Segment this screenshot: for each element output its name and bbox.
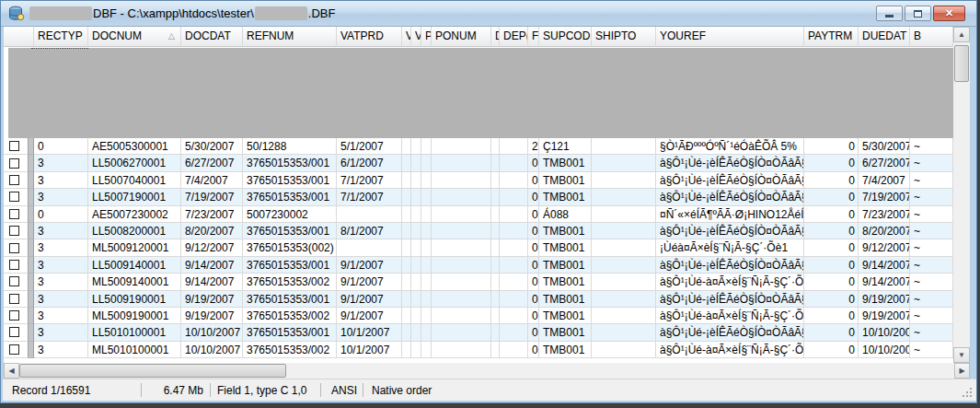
cell-p[interactable] bbox=[421, 324, 432, 341]
cell-dep[interactable] bbox=[500, 239, 528, 256]
maximize-button[interactable] bbox=[905, 6, 931, 21]
cell-youref[interactable]: à§Ô¹¡Ùé-¡èÍÊÃéÒ§ÍÒ¤ÒÃâÃ§§Ò¹-5 bbox=[656, 257, 804, 274]
horizontal-scrollbar[interactable]: ◀ ▶ bbox=[4, 363, 970, 379]
cell-paytrm[interactable]: 0 bbox=[804, 239, 859, 256]
cell-ponum[interactable] bbox=[432, 189, 491, 205]
cell-f[interactable]: 0 bbox=[528, 155, 539, 171]
cell-docdat[interactable]: 6/27/2007 bbox=[181, 155, 243, 171]
cell-supcod[interactable]: Ç121 bbox=[539, 138, 592, 155]
column-header-duedat[interactable]: DUEDAT bbox=[859, 27, 910, 47]
cell-ponum[interactable] bbox=[432, 172, 491, 189]
cell-v[interactable] bbox=[402, 342, 411, 358]
cell-v[interactable] bbox=[411, 291, 421, 308]
cell-youref[interactable]: à§Ô¹¡Ùé-à¤Ã×èÍ§¨Ñ¡Ã-§Ç´·Õè 3 bbox=[656, 308, 804, 324]
cell-dep[interactable] bbox=[500, 223, 528, 239]
cell-supcod[interactable]: TMB001 bbox=[539, 155, 592, 171]
column-header-shipto[interactable]: SHIPTO bbox=[592, 27, 656, 47]
column-header-b[interactable]: B bbox=[910, 27, 953, 47]
cell-v[interactable] bbox=[402, 324, 411, 341]
cell-b[interactable]: ~ bbox=[910, 172, 953, 189]
cell-v[interactable] bbox=[411, 206, 421, 223]
cell-refnum[interactable]: 3765015353/001 bbox=[243, 324, 337, 341]
cell-shipto[interactable] bbox=[592, 138, 656, 155]
cell-v[interactable] bbox=[402, 138, 411, 155]
cell-ponum[interactable] bbox=[432, 342, 491, 358]
cell-b[interactable]: ~ bbox=[910, 308, 953, 324]
cell-dep[interactable] bbox=[500, 155, 528, 171]
table-row[interactable]: 0AE50072300027/23/200750072300020Á088¤Ñ´… bbox=[4, 206, 953, 223]
cell-ponum[interactable] bbox=[432, 308, 491, 324]
cell-shipto[interactable] bbox=[592, 291, 656, 308]
cell-vatprd[interactable]: 7/1/2007 bbox=[337, 189, 402, 205]
cell-v[interactable] bbox=[411, 138, 421, 155]
cell-youref[interactable]: ¤Ñ´«×éÍÃ¶ºÃÃ·Ø¡HINO12ÅéÍ bbox=[656, 206, 804, 223]
cell-refnum[interactable]: 3765015353/001 bbox=[243, 189, 337, 205]
cell-d[interactable] bbox=[491, 274, 500, 290]
cell-docnum[interactable]: AE5005300001 bbox=[88, 138, 181, 155]
row-checkbox[interactable] bbox=[9, 276, 19, 286]
column-header-d[interactable]: D bbox=[491, 27, 500, 47]
cell-b[interactable]: ~ bbox=[910, 189, 953, 205]
row-checkbox[interactable] bbox=[9, 226, 19, 236]
cell-docdat[interactable]: 9/14/2007 bbox=[181, 257, 243, 274]
cell-supcod[interactable]: Á088 bbox=[539, 206, 592, 223]
cell-duedat[interactable]: 5/30/2007 bbox=[859, 138, 910, 155]
cell-supcod[interactable]: TMB001 bbox=[539, 274, 592, 290]
cell-paytrm[interactable]: 0 bbox=[804, 342, 859, 358]
cell-p[interactable] bbox=[421, 189, 432, 205]
cell-rectyp[interactable]: 3 bbox=[34, 239, 88, 256]
column-header-v[interactable]: V bbox=[402, 27, 411, 47]
cell-v[interactable] bbox=[411, 324, 421, 341]
column-header-docnum[interactable]: DOCNUM△ bbox=[88, 27, 181, 47]
cell-v[interactable] bbox=[411, 223, 421, 239]
row-checkbox[interactable] bbox=[9, 175, 19, 185]
table-row[interactable]: 3ML501010000110/10/20073765015353/00210/… bbox=[4, 342, 953, 358]
cell-shipto[interactable] bbox=[592, 324, 656, 341]
cell-docnum[interactable]: LL5009140001 bbox=[88, 257, 181, 274]
cell-supcod[interactable]: TMB001 bbox=[539, 257, 592, 274]
cell-d[interactable] bbox=[491, 291, 500, 308]
cell-youref[interactable]: à§Ô¹¡Ùé-¡èÍÊÃéÒ§ÍÒ¤ÒÃâÃ§§Ò¹-2 bbox=[656, 172, 804, 189]
vertical-scroll-thumb[interactable] bbox=[954, 45, 969, 82]
scroll-up-button[interactable]: ▲ bbox=[953, 27, 970, 42]
cell-youref[interactable]: §Ò¹ÃÐºººÓºÑ´¹éÓàÊÕÂ 5% bbox=[656, 138, 804, 155]
cell-rectyp[interactable]: 3 bbox=[34, 274, 88, 290]
cell-d[interactable] bbox=[491, 342, 500, 358]
cell-duedat[interactable]: 7/4/2007 bbox=[859, 172, 910, 189]
cell-v[interactable] bbox=[402, 172, 411, 189]
cell-dep[interactable] bbox=[500, 206, 528, 223]
table-row[interactable]: 3ML50091900019/19/20073765015353/0029/1/… bbox=[4, 308, 953, 324]
cell-paytrm[interactable]: 0 bbox=[804, 189, 859, 205]
cell-d[interactable] bbox=[491, 257, 500, 274]
cell-ponum[interactable] bbox=[432, 239, 491, 256]
cell-b[interactable]: ~ bbox=[910, 274, 953, 290]
table-row[interactable]: 3LL50070400017/4/20073765015353/0017/1/2… bbox=[4, 172, 953, 189]
cell-docnum[interactable]: LL5010100001 bbox=[88, 324, 181, 341]
cell-d[interactable] bbox=[491, 239, 500, 256]
column-header-f[interactable]: F bbox=[528, 27, 539, 47]
cell-docnum[interactable]: ML5009190001 bbox=[88, 308, 181, 324]
cell-d[interactable] bbox=[491, 324, 500, 341]
cell-youref[interactable]: à§Ô¹¡Ùé-à¤Ã×èÍ§¨Ñ¡Ã-§Ç´·Õè2 bbox=[656, 274, 804, 290]
cell-supcod[interactable]: TMB001 bbox=[539, 172, 592, 189]
cell-paytrm[interactable]: 0 bbox=[804, 274, 859, 290]
cell-d[interactable] bbox=[491, 189, 500, 205]
cell-paytrm[interactable]: 0 bbox=[804, 138, 859, 155]
cell-supcod[interactable]: TMB001 bbox=[539, 189, 592, 205]
cell-d[interactable] bbox=[491, 138, 500, 155]
cell-p[interactable] bbox=[421, 274, 432, 290]
cell-dep[interactable] bbox=[500, 291, 528, 308]
cell-b[interactable]: ~ bbox=[910, 239, 953, 256]
column-header-docdat[interactable]: DOCDAT bbox=[181, 27, 243, 47]
cell-rectyp[interactable]: 3 bbox=[34, 223, 88, 239]
cell-docdat[interactable]: 7/23/2007 bbox=[181, 206, 243, 223]
cell-duedat[interactable]: 6/27/2007 bbox=[859, 155, 910, 171]
cell-rectyp[interactable]: 3 bbox=[34, 189, 88, 205]
cell-d[interactable] bbox=[491, 155, 500, 171]
cell-f[interactable]: 0 bbox=[528, 308, 539, 324]
cell-b[interactable]: ~ bbox=[910, 257, 953, 274]
row-checkbox[interactable] bbox=[9, 327, 19, 337]
row-checkbox[interactable] bbox=[9, 310, 19, 321]
cell-rectyp[interactable]: 3 bbox=[34, 324, 88, 341]
cell-rectyp[interactable]: 0 bbox=[34, 138, 88, 155]
